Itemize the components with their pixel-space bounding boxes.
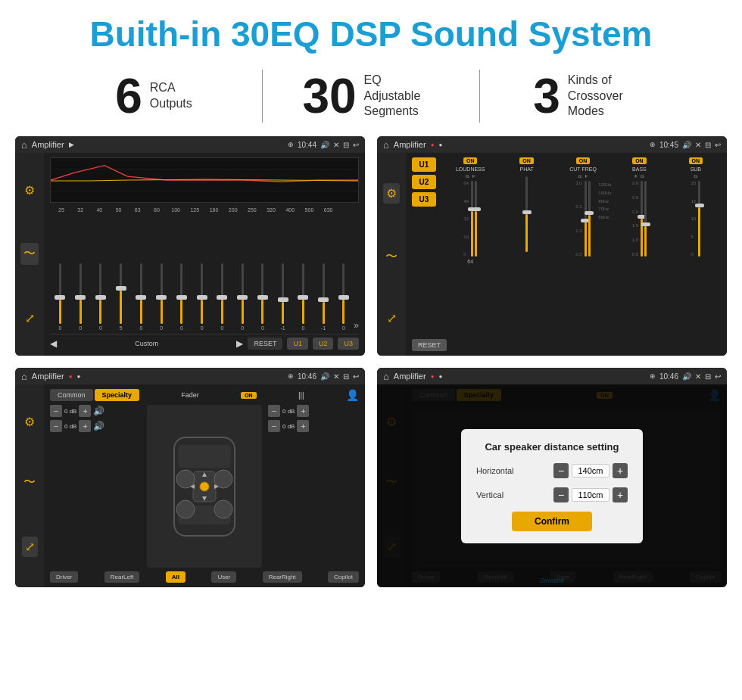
profile-icon-3[interactable]: 👤 xyxy=(346,389,359,401)
eq-slider-3[interactable]: 5 xyxy=(111,263,131,331)
eq-slider-11[interactable]: -1 xyxy=(273,263,293,331)
home-icon-2[interactable]: ⌂ xyxy=(383,139,389,151)
expand-right-icon[interactable]: » xyxy=(354,320,359,331)
expand-icon-2[interactable]: ⤢ xyxy=(387,311,397,325)
vertical-minus-btn[interactable]: − xyxy=(553,487,569,502)
horizontal-minus-btn[interactable]: − xyxy=(553,463,569,478)
back-icon-2[interactable]: ↩ xyxy=(715,141,721,149)
eq-slider-6[interactable]: 0 xyxy=(172,263,192,331)
db-control-rl: − 0 dB + 🔊 xyxy=(50,420,141,432)
tab-common-3[interactable]: Common xyxy=(50,389,93,401)
rearleft-btn[interactable]: RearLeft xyxy=(104,571,140,583)
window-icon-2[interactable]: ⊟ xyxy=(705,141,711,149)
status-bar-2: ⌂ Amplifier ● ● ⊕ 10:45 🔊 ✕ ⊟ ↩ xyxy=(377,136,727,153)
on-badge-sub: ON xyxy=(689,157,703,164)
back-icon-3[interactable]: ↩ xyxy=(353,372,359,381)
eq-slider-8[interactable]: 0 xyxy=(212,263,232,331)
user-btn[interactable]: User xyxy=(211,571,236,583)
eq-sliders: 0 0 0 5 0 xyxy=(50,216,359,334)
svg-point-8 xyxy=(176,470,195,488)
rec-dot: ● xyxy=(431,142,435,148)
driver-btn[interactable]: Driver xyxy=(50,571,78,583)
u3-select-btn[interactable]: U3 xyxy=(412,192,436,207)
rearright-btn[interactable]: RearRight xyxy=(263,571,302,583)
u2-select-btn[interactable]: U2 xyxy=(412,175,436,189)
dot-3a: ● xyxy=(69,373,73,380)
prev-btn[interactable]: ◀ xyxy=(50,338,57,349)
u1-select-btn[interactable]: U1 xyxy=(412,157,436,172)
u-buttons: U1 U2 U3 xyxy=(412,157,436,207)
back-icon-4[interactable]: ↩ xyxy=(715,372,721,381)
plus-rl[interactable]: + xyxy=(79,420,91,432)
svg-point-9 xyxy=(214,470,232,488)
screen-amp: ⌂ Amplifier ● ● ⊕ 10:45 🔊 ✕ ⊟ ↩ ⚙ 〜 ⤢ xyxy=(377,136,727,356)
plus-fr[interactable]: + xyxy=(297,405,309,417)
channel-phat: ON PHAT xyxy=(501,157,551,264)
back-icon-1[interactable]: ↩ xyxy=(353,141,359,149)
reset-btn-2[interactable]: RESET xyxy=(412,339,447,351)
db-control-fl: − 0 dB + 🔊 xyxy=(50,405,141,417)
eq-icon-3[interactable]: ⚙ xyxy=(24,415,35,429)
on-badge-loudness: ON xyxy=(463,157,478,164)
next-btn[interactable]: ▶ xyxy=(236,338,243,349)
dialog-row-vertical: Vertical − 110cm + xyxy=(476,487,628,502)
eq-slider-12[interactable]: 0 xyxy=(293,263,313,331)
horizontal-plus-btn[interactable]: + xyxy=(613,463,628,478)
u3-btn[interactable]: U3 xyxy=(338,338,359,350)
time-4: 10:46 xyxy=(659,372,678,381)
left-sidebar-3: ⚙ 〜 ⤢ xyxy=(15,384,44,587)
minus-rl[interactable]: − xyxy=(50,420,62,432)
minus-fr[interactable]: − xyxy=(268,405,280,417)
eq-slider-10[interactable]: 0 xyxy=(253,263,273,331)
window-icon-1[interactable]: ⊟ xyxy=(343,141,349,149)
eq-slider-4[interactable]: 0 xyxy=(131,263,151,331)
app-title-1: Amplifier xyxy=(32,140,64,149)
amp-row: U1 U2 U3 ON LOUDNESS GF 644832160 xyxy=(412,157,721,333)
stat-text-crossover: Kinds ofCrossover Modes xyxy=(568,73,644,120)
x-icon-4[interactable]: ✕ xyxy=(695,372,701,381)
eq-slider-13[interactable]: -1 xyxy=(313,263,334,331)
u2-btn[interactable]: U2 xyxy=(313,338,334,350)
eq-slider-0[interactable]: 0 xyxy=(50,263,70,331)
reset-btn-1[interactable]: RESET xyxy=(248,338,282,350)
freq-200: 200 xyxy=(225,207,242,213)
home-icon-1[interactable]: ⌂ xyxy=(21,139,27,151)
window-icon-4[interactable]: ⊟ xyxy=(705,372,711,381)
horizontal-control: − 140cm + xyxy=(553,463,628,478)
window-icon-3[interactable]: ⊟ xyxy=(343,372,349,381)
eq-icon-1[interactable]: ⚙ xyxy=(24,183,35,198)
confirm-button[interactable]: Confirm xyxy=(512,512,592,531)
x-icon-1[interactable]: ✕ xyxy=(333,141,339,149)
all-btn[interactable]: All xyxy=(166,571,186,583)
wave-icon-2[interactable]: 〜 xyxy=(385,249,398,265)
speaker-left-panel: − 0 dB + 🔊 − 0 dB + 🔊 xyxy=(50,405,141,568)
minus-fl[interactable]: − xyxy=(50,405,62,417)
eq-slider-1[interactable]: 0 xyxy=(70,263,91,331)
wave-icon-3[interactable]: 〜 xyxy=(23,474,36,490)
minus-rr[interactable]: − xyxy=(268,420,280,432)
vol-icon-2: 🔊 xyxy=(682,141,691,149)
home-icon-3[interactable]: ⌂ xyxy=(21,371,27,382)
home-icon-4[interactable]: ⌂ xyxy=(383,371,389,382)
on-toggle-3[interactable]: ON xyxy=(241,392,257,399)
vertical-plus-btn[interactable]: + xyxy=(613,487,628,502)
eq-slider-5[interactable]: 0 xyxy=(151,263,172,331)
x-icon-3[interactable]: ✕ xyxy=(333,372,339,381)
status-bar-4: ⌂ Amplifier ● ● ⊕ 10:46 🔊 ✕ ⊟ ↩ xyxy=(377,368,727,384)
page-title: Buith-in 30EQ DSP Sound System xyxy=(0,14,742,54)
eq-icon-2[interactable]: ⚙ xyxy=(383,183,400,204)
x-icon-2[interactable]: ✕ xyxy=(695,141,701,149)
tab-specialty-3[interactable]: Specialty xyxy=(95,389,140,401)
expand-icon-3[interactable]: ⤢ xyxy=(22,537,38,557)
plus-rr[interactable]: + xyxy=(297,420,309,432)
eq-slider-14[interactable]: 0 xyxy=(334,263,354,331)
wave-icon-1[interactable]: 〜 xyxy=(20,243,39,265)
copilot-btn[interactable]: Copilot xyxy=(328,571,359,583)
u1-btn[interactable]: U1 xyxy=(287,338,308,350)
plus-fl[interactable]: + xyxy=(79,405,91,417)
eq-slider-9[interactable]: 0 xyxy=(232,263,253,331)
eq-slider-2[interactable]: 0 xyxy=(91,263,111,331)
eq-slider-7[interactable]: 0 xyxy=(192,263,212,331)
car-diagram xyxy=(147,405,262,568)
expand-icon-1[interactable]: ⤢ xyxy=(25,311,35,325)
